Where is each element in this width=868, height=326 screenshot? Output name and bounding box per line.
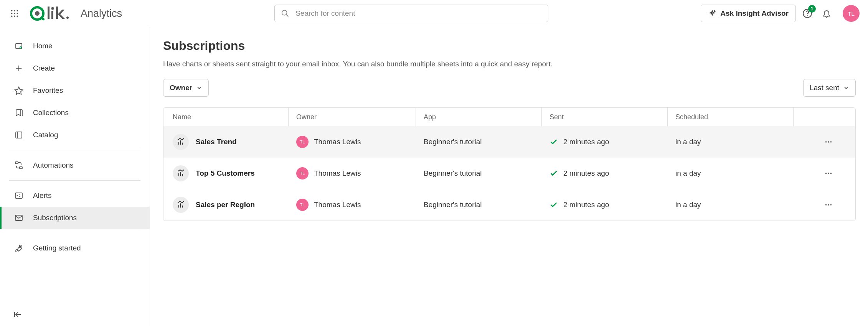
sidebar-item-favorites[interactable]: Favorites: [0, 79, 150, 102]
subscription-name: Sales per Region: [196, 201, 255, 209]
sidebar-item-label: Collections: [33, 109, 69, 117]
sidebar-divider: [9, 150, 140, 150]
page-title: Subscriptions: [163, 39, 856, 53]
svg-point-4: [14, 13, 15, 14]
svg-point-3: [11, 13, 13, 14]
column-header-app[interactable]: App: [416, 108, 542, 126]
svg-point-10: [35, 11, 40, 16]
svg-marker-25: [15, 87, 23, 94]
help-button[interactable]: 1: [800, 6, 815, 21]
sidebar-item-create[interactable]: Create: [0, 57, 150, 79]
app-name: Beginner's tutorial: [424, 138, 482, 146]
notifications-button[interactable]: [819, 6, 834, 21]
home-icon: [14, 41, 24, 51]
svg-point-7: [14, 16, 15, 17]
app-launcher-button[interactable]: [7, 6, 22, 21]
alert-icon: [14, 191, 24, 201]
svg-point-54: [828, 204, 829, 206]
sidebar-item-getting-started[interactable]: Getting started: [0, 237, 150, 259]
column-header-owner[interactable]: Owner: [289, 108, 416, 126]
owner-avatar: TL: [296, 167, 309, 179]
subscription-name: Sales Trend: [196, 138, 237, 146]
svg-point-6: [11, 16, 13, 17]
search-input-wrapper[interactable]: [274, 5, 548, 22]
sidebar-item-subscriptions[interactable]: Subscriptions: [0, 207, 150, 229]
more-horizontal-icon: [824, 138, 833, 146]
svg-point-41: [825, 141, 827, 143]
svg-point-42: [828, 141, 829, 143]
sidebar-item-home[interactable]: Home: [0, 35, 150, 57]
owner-filter-button[interactable]: Owner: [163, 79, 209, 97]
chart-icon: [173, 134, 189, 150]
chevron-down-icon: [196, 85, 202, 91]
table-row[interactable]: Top 5 Customers TL Thomas Lewis Beginner…: [163, 158, 855, 189]
sent-time: 2 minutes ago: [563, 169, 609, 178]
table-row[interactable]: Sales per Region TL Thomas Lewis Beginne…: [163, 189, 855, 221]
app-header: Analytics Ask Insight Advisor 1: [0, 0, 868, 27]
ask-insight-advisor-button[interactable]: Ask Insight Advisor: [701, 5, 796, 22]
sidebar-item-catalog[interactable]: Catalog: [0, 124, 150, 146]
scheduled-time: in a day: [675, 201, 701, 209]
bell-icon: [822, 9, 831, 18]
catalog-icon: [14, 130, 24, 140]
svg-point-16: [66, 16, 69, 19]
mail-icon: [14, 213, 24, 223]
svg-rect-15: [56, 7, 58, 19]
svg-point-49: [830, 173, 832, 174]
sidebar-item-label: Alerts: [33, 191, 52, 200]
search-icon: [281, 9, 289, 18]
qlik-logo-icon: [30, 6, 70, 21]
subscription-name: Top 5 Customers: [196, 169, 255, 178]
sidebar-item-collections[interactable]: Collections: [0, 102, 150, 124]
row-actions-button[interactable]: [821, 197, 836, 212]
row-actions-button[interactable]: [821, 166, 836, 181]
check-icon: [550, 138, 558, 146]
collapse-sidebar-button[interactable]: [13, 310, 22, 319]
column-header-scheduled[interactable]: Scheduled: [668, 108, 794, 126]
help-notification-badge: 1: [808, 5, 816, 13]
svg-point-17: [282, 10, 287, 15]
sidebar-item-automations[interactable]: Automations: [0, 154, 150, 176]
sidebar-item-alerts[interactable]: Alerts: [0, 184, 150, 207]
sidebar-item-label: Automations: [33, 161, 74, 170]
svg-rect-28: [15, 162, 18, 164]
star-icon: [14, 86, 24, 95]
sidebar-item-label: Create: [33, 64, 55, 72]
sidebar-item-label: Getting started: [33, 244, 81, 252]
grid-icon: [10, 9, 19, 18]
user-avatar[interactable]: TL: [843, 5, 860, 22]
column-header-sent[interactable]: Sent: [542, 108, 668, 126]
sidebar: Home Create Favorites Collections Catalo: [0, 27, 150, 326]
svg-rect-26: [16, 132, 22, 138]
app-name: Beginner's tutorial: [424, 201, 482, 209]
search-input[interactable]: [295, 9, 542, 18]
table-row[interactable]: Sales Trend TL Thomas Lewis Beginner's t…: [163, 126, 855, 158]
sort-button[interactable]: Last sent: [803, 79, 856, 97]
chart-icon: [173, 197, 189, 213]
svg-point-2: [17, 10, 18, 12]
column-header-name[interactable]: Name: [163, 108, 289, 126]
sidebar-item-label: Catalog: [33, 131, 58, 139]
owner-name: Thomas Lewis: [314, 138, 361, 146]
svg-line-18: [286, 15, 289, 17]
svg-point-8: [17, 16, 18, 17]
sidebar-divider: [9, 180, 140, 181]
product-name: Analytics: [81, 8, 122, 20]
svg-point-35: [20, 247, 21, 248]
sidebar-item-label: Favorites: [33, 86, 63, 95]
check-icon: [550, 201, 558, 209]
app-name: Beginner's tutorial: [424, 169, 482, 177]
svg-point-1: [14, 10, 15, 12]
owner-avatar: TL: [296, 199, 309, 211]
logo[interactable]: [30, 6, 70, 21]
subscriptions-table: Name Owner App Sent Scheduled Sales Tren…: [163, 107, 856, 221]
svg-point-5: [17, 13, 18, 14]
svg-rect-30: [15, 193, 22, 198]
plus-icon: [14, 63, 24, 73]
owner-name: Thomas Lewis: [314, 169, 361, 178]
sidebar-divider: [9, 233, 140, 233]
row-actions-button[interactable]: [821, 134, 836, 150]
svg-point-0: [11, 10, 13, 12]
sort-label: Last sent: [810, 84, 839, 92]
ask-insight-label: Ask Insight Advisor: [720, 9, 789, 18]
